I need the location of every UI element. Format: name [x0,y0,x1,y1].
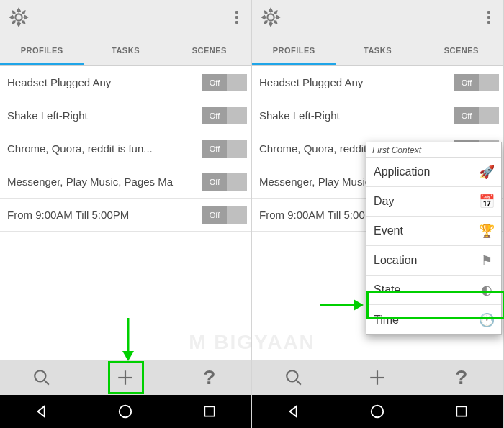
context-item-event[interactable]: Event 🏆 [366,217,501,246]
nav-home[interactable] [84,395,167,428]
profiles-list: Headset Plugged Any Off Shake Left-Right… [0,66,251,360]
context-label: Time [374,314,399,327]
trophy-icon: 🏆 [480,223,494,239]
context-label: Event [374,224,403,237]
context-item-location[interactable]: Location ⚑ [366,246,501,276]
svg-point-8 [287,370,297,381]
tab-bar: PROFILES TASKS SCENES [0,35,251,66]
svg-line-2 [44,380,49,385]
profile-toggle[interactable]: Off [202,107,247,124]
context-label: Day [374,195,394,208]
add-button[interactable] [84,360,167,395]
bottom-toolbar: ? [0,360,251,395]
profile-label: Messenger, Play Music, Pages Ma [7,176,202,188]
overflow-menu-icon[interactable] [228,8,246,27]
tab-profiles[interactable]: PROFILES [252,35,336,65]
nav-home[interactable] [336,395,419,428]
toggle-thumb: Off [202,74,227,91]
nav-back[interactable] [0,395,84,428]
toggle-thumb: Off [202,140,227,158]
clock-icon: 🕐 [480,312,494,328]
help-button[interactable]: ? [168,360,251,395]
tab-scenes[interactable]: SCENES [168,35,251,65]
profile-row[interactable]: Messenger, Play Music, Pages Ma Off [0,165,251,199]
context-label: Location [374,254,418,267]
profile-row[interactable]: Headset Plugged Any Off [252,66,503,99]
search-button[interactable] [252,360,336,395]
profile-label: Chrome, Quora, reddit is fun... [7,142,202,155]
android-nav-bar [252,395,503,428]
profile-label: Headset Plugged Any [7,76,202,88]
context-item-time[interactable]: Time 🕐 [366,305,501,334]
flag-icon: ⚑ [480,252,494,268]
profile-toggle[interactable]: Off [454,107,499,124]
home-icon [369,404,385,419]
toggle-thumb: Off [454,74,479,91]
plus-icon [116,368,135,387]
add-button[interactable] [336,360,419,395]
context-item-application[interactable]: Application 🚀 [366,158,501,187]
recent-icon [202,404,217,419]
back-icon [34,404,50,419]
context-label: State [374,283,400,296]
svg-point-5 [120,406,132,418]
profile-row[interactable]: Shake Left-Right Off [0,99,251,132]
profile-label: Shake Left-Right [259,109,454,122]
contrast-icon: ◐ [480,282,494,298]
tasker-logo-icon [261,7,281,27]
tab-tasks[interactable]: TASKS [84,35,167,65]
toggle-thumb: Off [202,107,227,124]
toggle-thumb: Off [202,206,227,224]
calendar-icon: 📅 [480,193,494,209]
svg-point-7 [267,14,274,20]
toggle-thumb: Off [202,173,227,191]
overflow-menu-icon[interactable] [480,8,498,27]
context-label: Application [374,165,430,178]
recent-icon [454,404,469,419]
nav-recent[interactable] [168,395,251,428]
tab-scenes[interactable]: SCENES [420,35,503,65]
profile-row[interactable]: Chrome, Quora, reddit is fun... Off [0,132,251,165]
profile-row[interactable]: Shake Left-Right Off [252,99,503,132]
tab-bar: PROFILES TASKS SCENES [252,35,503,66]
back-icon [286,404,302,419]
svg-point-1 [35,370,45,381]
svg-point-0 [15,14,22,20]
profile-label: Shake Left-Right [7,109,202,122]
app-header [252,0,503,35]
context-item-state[interactable]: State ◐ [366,276,501,305]
profile-toggle[interactable]: Off [202,140,247,158]
tab-profiles[interactable]: PROFILES [0,35,84,65]
help-button[interactable]: ? [420,360,503,395]
tasker-logo-icon [9,7,29,27]
search-button[interactable] [0,360,84,395]
context-menu-title: First Context [366,142,501,158]
search-icon [32,368,51,387]
home-icon [117,404,133,419]
android-nav-bar [0,395,251,428]
svg-rect-6 [204,406,214,416]
svg-line-9 [296,380,301,385]
search-icon [284,368,303,387]
svg-rect-13 [456,406,466,416]
profile-toggle[interactable]: Off [202,74,247,91]
context-menu: First Context Application 🚀 Day 📅 Event … [366,142,502,335]
context-item-day[interactable]: Day 📅 [366,187,501,217]
profile-toggle[interactable]: Off [202,206,247,224]
rocket-icon: 🚀 [480,164,494,180]
svg-point-12 [372,406,384,418]
app-header [0,0,251,35]
screen-left: PROFILES TASKS SCENES Headset Plugged An… [0,0,252,428]
profile-row[interactable]: From 9:00AM Till 5:00PM Off [0,199,251,232]
profile-row[interactable]: Headset Plugged Any Off [0,66,251,99]
profile-toggle[interactable]: Off [454,74,499,91]
plus-icon [368,368,387,387]
profile-toggle[interactable]: Off [202,173,247,191]
profile-label: Headset Plugged Any [259,76,454,88]
nav-back[interactable] [252,395,336,428]
toggle-thumb: Off [454,107,479,124]
tab-tasks[interactable]: TASKS [336,35,419,65]
profile-label: From 9:00AM Till 5:00PM [7,209,202,221]
nav-recent[interactable] [420,395,503,428]
bottom-toolbar: ? [252,360,503,395]
